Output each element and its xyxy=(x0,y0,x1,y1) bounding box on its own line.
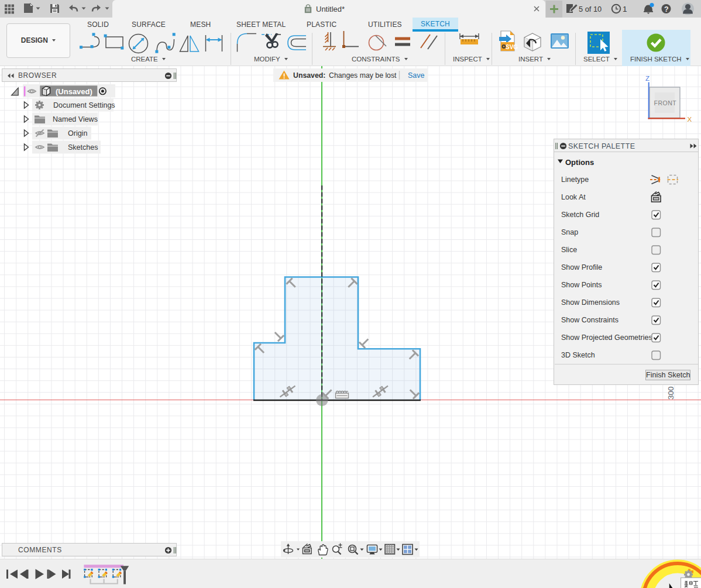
svg-text:X: X xyxy=(688,116,692,123)
svg-text:(Unsaved): (Unsaved) xyxy=(56,87,92,96)
svg-text:5 of 10: 5 of 10 xyxy=(579,5,602,13)
svg-text:Named Views: Named Views xyxy=(53,115,98,123)
svg-text:Document Settings: Document Settings xyxy=(53,101,115,109)
svg-text:Changes may be lost: Changes may be lost xyxy=(329,71,397,80)
svg-text:Untitled*: Untitled* xyxy=(316,5,345,13)
svg-text:1: 1 xyxy=(623,5,627,13)
svg-text:Z: Z xyxy=(645,75,650,82)
svg-text:300: 300 xyxy=(666,386,675,400)
svg-text:?: ? xyxy=(664,5,669,13)
svg-text:Options: Options xyxy=(565,158,594,167)
svg-text:Save: Save xyxy=(408,71,425,80)
svg-text:SVG: SVG xyxy=(506,44,518,50)
svg-text:Origin: Origin xyxy=(68,129,87,137)
svg-text:Sketches: Sketches xyxy=(68,143,98,152)
svg-text:Unsaved:: Unsaved: xyxy=(293,71,325,80)
svg-text:FRONT: FRONT xyxy=(654,99,677,106)
